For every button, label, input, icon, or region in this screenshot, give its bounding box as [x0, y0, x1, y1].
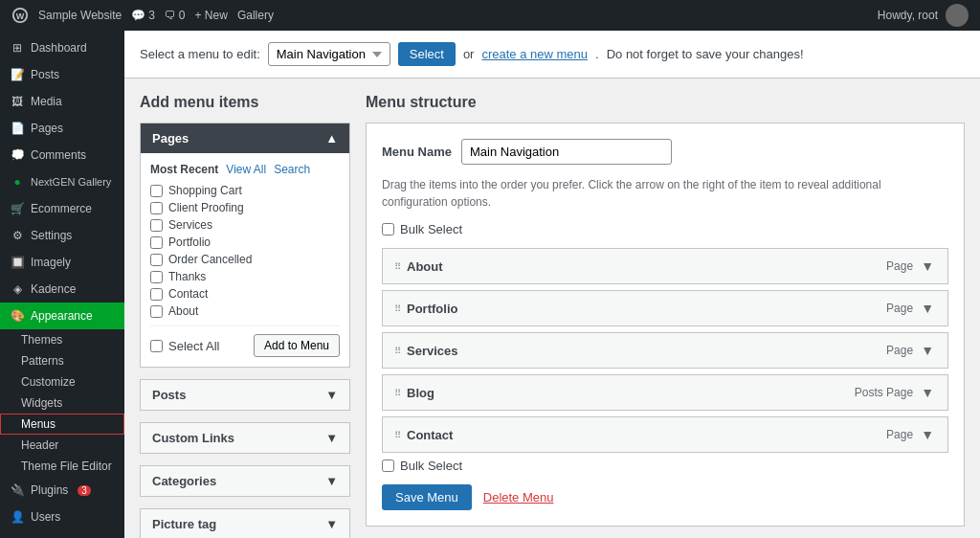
menu-item-contact-expand[interactable]: ▼ [919, 427, 936, 442]
sidebar-item-dashboard[interactable]: ⊞ Dashboard [0, 34, 124, 61]
bulk-select-checkbox-top[interactable] [382, 223, 394, 235]
settings-icon: ⚙ [10, 228, 25, 243]
sidebar-item-customize[interactable]: Customize [0, 371, 124, 392]
page-item-client-proofing[interactable]: Client Proofing [150, 201, 340, 214]
menu-item-portfolio[interactable]: ⠿ Portfolio Page ▼ [382, 290, 948, 326]
sidebar-item-imagely[interactable]: 🔲 Imagely [0, 249, 124, 276]
drag-handle-portfolio[interactable]: ⠿ [394, 303, 401, 314]
menu-name-label: Menu Name [382, 145, 452, 159]
sidebar-label-posts: Posts [31, 68, 59, 81]
menu-item-about-right: Page ▼ [886, 258, 936, 274]
page-item-shopping-cart[interactable]: Shopping Cart [150, 184, 340, 197]
content-area: Add menu items Pages ▲ Most Recent View … [124, 78, 980, 538]
sidebar-item-comments[interactable]: 💭 Comments [0, 142, 124, 168]
page-item-portfolio[interactable]: Portfolio [150, 235, 340, 249]
menu-item-portfolio-type: Page [886, 302, 913, 315]
drag-handle-contact[interactable]: ⠿ [394, 430, 401, 440]
save-menu-button[interactable]: Save Menu [382, 484, 472, 510]
sidebar-item-patterns[interactable]: Patterns [0, 350, 124, 371]
checkbox-select-all[interactable] [150, 340, 163, 352]
sidebar-item-widgets[interactable]: Widgets [0, 392, 124, 414]
sidebar-item-settings[interactable]: ⚙ Settings [0, 222, 124, 249]
page-item-services[interactable]: Services [150, 218, 340, 232]
delete-menu-link[interactable]: Delete Menu [483, 490, 554, 504]
sidebar-item-posts[interactable]: 📝 Posts [0, 61, 124, 88]
pages-panel-header[interactable]: Pages ▲ [141, 123, 349, 153]
custom-links-panel-header[interactable]: Custom Links ▼ [141, 423, 349, 453]
sidebar-label-ecommerce: Ecommerce [31, 202, 92, 215]
checkbox-about[interactable] [150, 305, 163, 318]
bulk-select-top: Bulk Select [382, 222, 948, 236]
pages-icon: 📄 [10, 121, 25, 136]
page-item-order-cancelled[interactable]: Order Cancelled [150, 253, 340, 266]
menu-item-contact[interactable]: ⠿ Contact Page ▼ [382, 416, 948, 453]
bubble-count[interactable]: 🗨 0 [165, 9, 186, 22]
page-item-contact[interactable]: Contact [150, 287, 340, 301]
site-name[interactable]: Sample Website [38, 9, 122, 22]
menu-item-about-expand[interactable]: ▼ [919, 258, 936, 274]
checkbox-thanks[interactable] [150, 271, 163, 283]
create-menu-link[interactable]: create a new menu [481, 47, 588, 61]
sidebar-item-media[interactable]: 🖼 Media [0, 88, 124, 115]
sidebar-item-ecommerce[interactable]: 🛒 Ecommerce [0, 195, 124, 222]
new-button[interactable]: + New [195, 9, 228, 22]
sidebar-item-users[interactable]: 👤 Users [0, 504, 124, 530]
structure-heading: Menu structure [366, 94, 965, 111]
menu-select[interactable]: Main Navigation Footer Menu Mobile Menu [268, 42, 390, 66]
sidebar-item-theme-editor[interactable]: Theme File Editor [0, 456, 124, 477]
menu-item-services-expand[interactable]: ▼ [919, 343, 936, 358]
menu-item-about[interactable]: ⠿ About Page ▼ [382, 248, 948, 284]
menu-item-blog[interactable]: ⠿ Blog Posts Page ▼ [382, 374, 948, 411]
sidebar-item-kadence[interactable]: ◈ Kadence [0, 276, 124, 303]
bulk-select-checkbox-bottom[interactable] [382, 460, 394, 472]
menu-item-contact-left: ⠿ Contact [394, 428, 453, 442]
sidebar-label-pages: Pages [31, 122, 63, 135]
menu-item-contact-type: Page [886, 428, 913, 441]
add-to-menu-button[interactable]: Add to Menu [254, 334, 340, 357]
notice-text: Do not forget to save your changes! [607, 47, 804, 61]
sidebar-item-header[interactable]: Header [0, 435, 124, 456]
checkbox-services[interactable] [150, 219, 163, 232]
sidebar-item-nextgen[interactable]: ● NextGEN Gallery [0, 168, 124, 195]
sidebar-item-menus[interactable]: Menus [0, 414, 124, 435]
menu-item-services[interactable]: ⠿ Services Page ▼ [382, 332, 948, 369]
sidebar-item-pages[interactable]: 📄 Pages [0, 115, 124, 142]
picture-tag-panel-header[interactable]: Picture tag ▼ [141, 509, 349, 538]
checkbox-client-proofing[interactable] [150, 202, 163, 214]
checkbox-contact[interactable] [150, 288, 163, 301]
bubble-icon: 🗨 [165, 9, 176, 22]
gallery-link[interactable]: Gallery [237, 9, 274, 22]
sidebar-item-plugins[interactable]: 🔌 Plugins 3 [0, 477, 124, 504]
select-button[interactable]: Select [398, 42, 456, 66]
picture-tag-title: Picture tag [152, 517, 216, 531]
menu-item-services-left: ⠿ Services [394, 344, 458, 358]
tab-most-recent[interactable]: Most Recent [150, 163, 218, 176]
checkbox-shopping-cart[interactable] [150, 185, 163, 197]
posts-panel-header[interactable]: Posts ▼ [141, 380, 349, 410]
drag-handle-services[interactable]: ⠿ [394, 346, 401, 356]
sidebar-label-media: Media [31, 95, 62, 108]
categories-panel-header[interactable]: Categories ▼ [141, 466, 349, 496]
menu-item-blog-expand[interactable]: ▼ [919, 385, 936, 400]
checkbox-order-cancelled[interactable] [150, 254, 163, 266]
drag-handle-blog[interactable]: ⠿ [394, 388, 401, 398]
tab-view-all[interactable]: View All [226, 163, 266, 176]
sidebar-label-comments: Comments [31, 148, 86, 162]
page-label-contact: Contact [168, 287, 208, 301]
checkbox-portfolio[interactable] [150, 236, 163, 249]
page-item-thanks[interactable]: Thanks [150, 270, 340, 283]
menu-name-input[interactable] [461, 139, 672, 165]
drag-handle-about[interactable]: ⠿ [394, 261, 401, 272]
categories-section: Categories ▼ [140, 465, 350, 497]
users-icon: 👤 [10, 509, 25, 525]
sidebar-item-appearance[interactable]: 🎨 Appearance [0, 303, 124, 329]
right-panel: Menu structure Menu Name Drag the items … [366, 94, 965, 538]
tab-search[interactable]: Search [274, 163, 310, 176]
wp-logo[interactable]: W [11, 7, 29, 24]
add-menu-heading: Add menu items [140, 94, 350, 111]
menu-item-portfolio-expand[interactable]: ▼ [919, 301, 936, 316]
comment-count[interactable]: 💬 3 [131, 9, 155, 22]
posts-section: Posts ▼ [140, 379, 350, 411]
page-item-about[interactable]: About [150, 304, 340, 318]
sidebar-item-themes[interactable]: Themes [0, 329, 124, 350]
